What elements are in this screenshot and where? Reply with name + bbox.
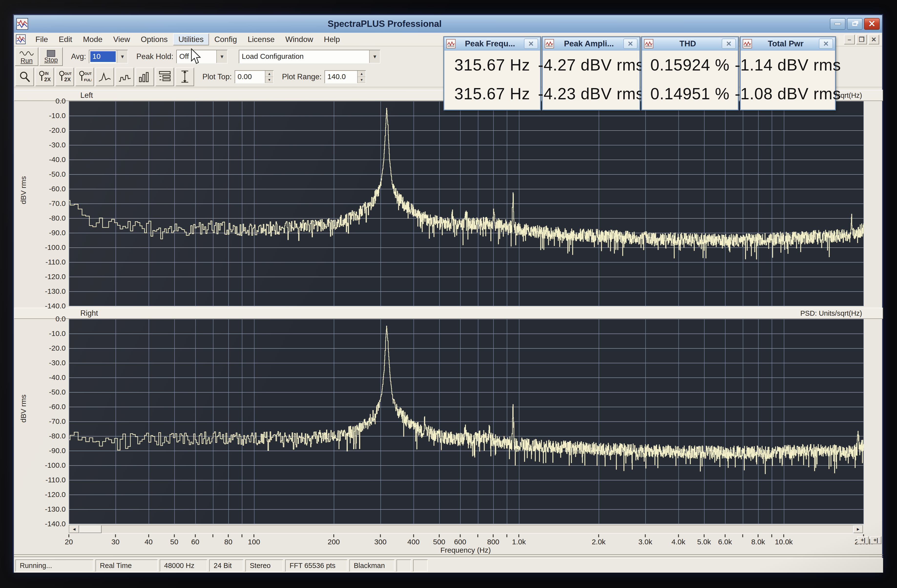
menu-item-options[interactable]: Options [136,34,173,45]
y-tick-label: -30.0 [34,359,66,367]
svg-text:2X: 2X [64,76,71,82]
x-tick-mark [477,535,478,537]
meter-title-bar[interactable]: Total Pwr✕ [741,37,835,50]
load-configuration-combobox[interactable]: Load Configuration ▼ [239,50,380,63]
y-axis-title-left: dBV rms [19,176,28,204]
y-tick-label: -80.0 [34,214,66,222]
y-tick-label: 0.0 [34,97,66,105]
avg-combobox[interactable]: 10 ▼ [89,50,128,63]
child-restore-button[interactable]: ❐ [856,35,867,44]
y-tick-label: -100.0 [34,461,66,469]
plot-range-value: 140.0 [325,71,357,83]
chevron-down-icon[interactable]: ▼ [117,50,127,63]
zoom-out-full-button[interactable]: OUTFULL [75,67,94,86]
bar-graph-view-button[interactable] [136,67,154,86]
y-tick-label: -80.0 [34,432,66,440]
svg-text:OUT: OUT [64,72,72,76]
y-tick-label: -40.0 [34,156,66,164]
display-options-icon [158,70,171,84]
meter-title: THD [656,39,720,48]
spinner-arrows[interactable]: ▲▼ [265,71,273,83]
x-tick-mark [742,535,743,537]
run-button[interactable]: Run [15,47,38,66]
menu-item-help[interactable]: Help [318,34,346,45]
child-close-button[interactable]: ✕ [868,35,879,44]
y-tick-label: -20.0 [34,344,66,352]
menu-item-utilities[interactable]: Utilities [173,34,209,45]
menu-item-edit[interactable]: Edit [54,34,78,45]
minimize-button[interactable] [830,18,845,30]
window-title: SpectraPLUS Professional [328,19,442,29]
plot-top-label: Plot Top: [202,72,232,81]
spinner-arrows[interactable]: ▲▼ [357,71,366,83]
y-tick-label: -90.0 [34,446,66,455]
x-tick-mark [771,535,772,537]
x-tick-mark [242,535,242,537]
x-tick-label: 6.0k [718,538,732,546]
frequency-scrollbar[interactable]: ◄ ► [69,525,863,534]
restore-button[interactable] [847,18,863,30]
x-tick-label: 30 [111,538,119,546]
meter-close-button[interactable]: ✕ [722,38,736,49]
x-tick-label: 300 [374,538,386,546]
x-tick-mark [253,535,254,537]
meter-close-button[interactable]: ✕ [623,38,637,49]
close-button[interactable]: ✕ [864,18,880,30]
chevron-down-icon[interactable]: ▼ [369,50,380,63]
meter-title-bar[interactable]: THD✕ [642,37,738,50]
y-tick-label: -110.0 [34,258,66,266]
spectrum-plot-right[interactable] [69,319,863,524]
zoom-in-2x-button[interactable]: IN2X [35,67,54,86]
scroll-left-button[interactable]: ◄ [69,525,79,533]
y-tick-label: -100.0 [34,243,66,252]
spectrum-plot-left[interactable] [69,101,863,306]
meter-waveform-icon [743,39,752,48]
menu-item-view[interactable]: View [108,34,136,45]
menu-item-mode[interactable]: Mode [78,34,108,45]
menu-item-config[interactable]: Config [209,34,242,45]
x-tick-mark [678,535,679,537]
zoom-out-2x-button[interactable]: OUT2X [55,67,74,86]
meter-value-left: -4.27 dBV rms [543,50,640,79]
menu-item-file[interactable]: File [30,34,54,45]
x-tick-mark [228,535,229,537]
scrollbar-thumb[interactable] [79,525,101,533]
title-bar[interactable]: SpectraPLUS Professional ✕ [14,15,882,33]
peak-hold-value: Off [177,50,216,63]
child-window-icon [16,34,26,44]
y-tick-label: -130.0 [34,505,66,513]
meter-close-button[interactable]: ✕ [524,38,538,49]
x-tick-label: 40 [144,538,153,546]
meter-close-button[interactable]: ✕ [819,38,833,49]
plot-top-spinbox[interactable]: 0.00 ▲▼ [235,70,274,84]
scrollbar-track[interactable] [101,525,853,533]
meter-title-bar[interactable]: Peak Ampli...✕ [543,37,640,50]
menu-item-license[interactable]: License [242,34,280,45]
meter-title-bar[interactable]: Peak Frequ...✕ [444,37,540,50]
spectrum-view-button[interactable] [95,67,114,86]
chevron-down-icon[interactable]: ▼ [216,50,227,63]
x-tick-mark [598,535,599,537]
menu-item-window[interactable]: Window [280,34,318,45]
x-tick-mark [783,535,784,537]
vertical-range-button[interactable] [176,67,194,86]
x-tick-mark [725,535,726,537]
x-tick-mark [758,535,759,537]
status-fft-65536-pts: FFT 65536 pts [285,559,347,572]
peak-hold-combobox[interactable]: Off ▼ [176,50,228,63]
scroll-right-button[interactable]: ► [853,525,863,533]
plot-range-label: Plot Range: [282,72,321,81]
x-tick-mark [333,535,334,537]
meter-value-left: -1.14 dBV rms [741,50,835,79]
plot-range-spinbox[interactable]: 140.0 ▲▼ [325,70,366,84]
meter-panel-thd: THD✕0.15924 %0.14951 % [641,37,739,110]
display-options-button[interactable] [156,67,174,86]
time-series-view-button[interactable] [115,67,134,86]
zoom-out-2x-icon: OUT2X [58,70,72,84]
zoom-button[interactable] [15,67,34,86]
x-expand-button[interactable]: +| [857,536,869,544]
stop-button[interactable]: Stop [39,47,63,66]
zoom-icon [18,70,32,84]
x-compress-button[interactable]: +| [870,536,882,544]
child-minimize-button[interactable]: – [844,35,855,44]
